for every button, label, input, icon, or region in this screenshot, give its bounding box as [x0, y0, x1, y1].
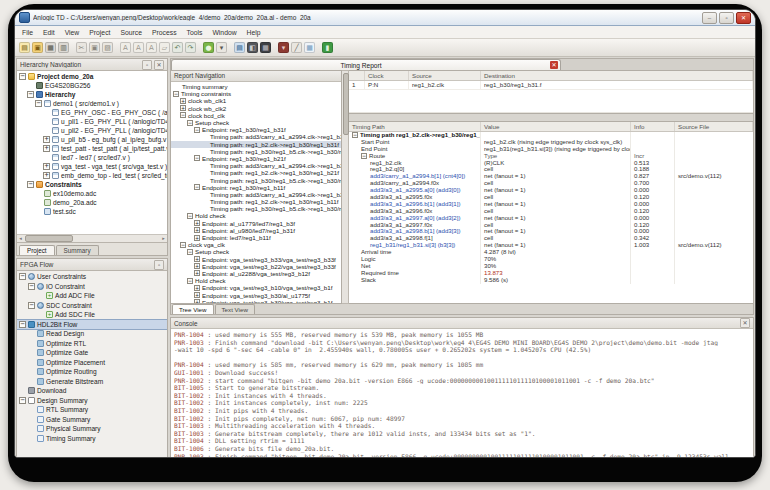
- expand-icon[interactable]: +: [180, 98, 186, 104]
- flow-item[interactable]: −IO Constraint: [17, 282, 167, 292]
- table-splitter[interactable]: [349, 113, 753, 122]
- floorplan-icon[interactable]: ◧: [247, 42, 258, 53]
- report-nav-row[interactable]: +Endpoint: vga_test/reg3_b10/vga_test/re…: [171, 284, 341, 291]
- column-header[interactable]: Clock: [365, 71, 409, 80]
- expand-icon[interactable]: +: [194, 292, 200, 298]
- path-table-row[interactable]: −RouteTypeIncr: [349, 153, 753, 160]
- path-table-row[interactable]: add3/a3_a1_a2998.b[1] (add3[3])net (fano…: [349, 228, 753, 235]
- collapse-icon[interactable]: −: [19, 273, 26, 280]
- flow-item[interactable]: +Add SDC File: [17, 310, 167, 320]
- report-nav-row[interactable]: +clock wb_clk1: [171, 97, 341, 104]
- report-nav-row[interactable]: −Setup check: [171, 119, 341, 126]
- expand-icon[interactable]: +: [43, 145, 50, 152]
- report-nav-row[interactable]: +Endpoint: vga_test/reg3_b30/al_u1775f: [171, 291, 341, 298]
- report-nav-row[interactable]: +Endpoint: al_u2288/vga_test/reg3_b12f: [171, 270, 341, 277]
- path-table-row[interactable]: add3/a3_a1_a2998.f[1]cell0.342: [349, 235, 753, 242]
- hierarchy-tree-row[interactable]: −Project demo_20a: [17, 72, 167, 81]
- close-console-icon[interactable]: ✕: [740, 318, 750, 328]
- report-nav-row[interactable]: +Endpoint: vga_test/reg3_b22/vga_test/re…: [171, 263, 341, 270]
- hierarchy-tree-row[interactable]: +vga_test - vga_test ( src/vga_test.v ): [17, 162, 167, 171]
- open-project-icon[interactable]: ▣: [32, 42, 43, 53]
- flow-item[interactable]: Timing Summary: [17, 434, 167, 444]
- console-output[interactable]: PNR-1004 : used memory is 555 MB, reserv…: [171, 329, 753, 458]
- tab-tree-view[interactable]: Tree View: [172, 304, 214, 314]
- column-header[interactable]: Timing Path: [349, 122, 481, 131]
- flow-item[interactable]: Optimize Gate: [17, 348, 167, 358]
- report-nav-row[interactable]: −clock bcd_clk: [171, 112, 341, 119]
- report-nav-row[interactable]: +clock wb_clk2: [171, 105, 341, 112]
- flow-item[interactable]: −SDC Constraint: [17, 301, 167, 311]
- path-table-row[interactable]: Net30%: [349, 263, 753, 270]
- report-nav-row[interactable]: Timing path: reg1_b2.clk->reg1_b30/reg1_…: [171, 198, 341, 205]
- collapse-icon[interactable]: −: [352, 132, 358, 138]
- report-nav-row[interactable]: −Setup check: [171, 248, 341, 255]
- path-table-row[interactable]: add3/a3_a1_a2997.f0xcell0.120: [349, 222, 753, 229]
- menu-project[interactable]: Project: [84, 29, 115, 36]
- paste-icon[interactable]: ▨: [102, 42, 113, 53]
- flow-item[interactable]: Optimize RTL: [17, 339, 167, 349]
- column-header[interactable]: Value: [481, 122, 631, 131]
- copy-icon[interactable]: ▣: [89, 42, 100, 53]
- menu-help[interactable]: Help: [242, 29, 266, 36]
- path-table-row[interactable]: reg1_b2.clk(R)CLK0.513: [349, 160, 753, 167]
- help-book-icon[interactable]: ▮: [322, 42, 333, 53]
- collapse-icon[interactable]: −: [194, 155, 200, 161]
- report-nav-row[interactable]: −Endpoint: reg1_b30/reg1_b21f: [171, 155, 341, 162]
- expand-icon[interactable]: +: [194, 263, 200, 269]
- collapse-icon[interactable]: −: [361, 153, 367, 159]
- column-header[interactable]: Source: [409, 71, 481, 80]
- clock-table-row[interactable]: 1P:Nreg1_b2.clkreg1_b30/reg1_b31.f: [349, 81, 753, 90]
- menu-source[interactable]: Source: [115, 29, 147, 36]
- close-panel-icon[interactable]: ✕: [154, 60, 164, 70]
- float-panel-icon[interactable]: ▫: [142, 60, 152, 70]
- report-nav-row[interactable]: Timing path: add3/carry_a1_a2994.clk->re…: [171, 133, 341, 140]
- collapse-icon[interactable]: −: [187, 213, 193, 219]
- column-header[interactable]: Destination: [481, 71, 753, 80]
- collapse-icon[interactable]: −: [28, 283, 35, 290]
- path-table-row[interactable]: End Pointreg1_b31(reg1_b31.si[3]) (risin…: [349, 146, 753, 153]
- report-nav-row[interactable]: Timing path: reg1_b30/reg1_b5.clk->reg1_…: [171, 205, 341, 212]
- path-table-row[interactable]: Start Pointreg1_b2.clk (rising edge trig…: [349, 139, 753, 146]
- report-nav-row[interactable]: Timing path: reg1_b2.clk->reg1_b30/reg1_…: [171, 141, 341, 148]
- expand-icon[interactable]: +: [194, 220, 200, 226]
- scrollbar-thumb[interactable]: [343, 73, 349, 135]
- menu-process[interactable]: Process: [147, 29, 182, 36]
- path-table-row[interactable]: add3/a3_a1_a2997.a[0] (add3[2])net (fano…: [349, 215, 753, 222]
- flow-item[interactable]: Generate Bitstream: [17, 377, 167, 387]
- tab-summary[interactable]: Summary: [56, 245, 99, 255]
- collapse-icon[interactable]: −: [19, 397, 26, 404]
- flow-item[interactable]: −Design Summary: [17, 396, 167, 406]
- collapse-icon[interactable]: −: [19, 73, 26, 80]
- path-table-row[interactable]: reg1_b2.q[0]cell0.188: [349, 166, 753, 173]
- collapse-icon[interactable]: −: [19, 321, 26, 328]
- tab-timing-report[interactable]: Timing Report ✕: [171, 59, 561, 70]
- report-nav-row[interactable]: +Endpoint: vga_test/reg3_b30/vga_test/re…: [171, 299, 341, 303]
- hierarchy-tree-row[interactable]: u_pll1 - EG_PHY_PLL ( /anlogic/TD4.1/8/a…: [17, 117, 167, 126]
- column-header[interactable]: Source File: [675, 122, 753, 131]
- column-header[interactable]: [349, 71, 365, 80]
- menu-tools[interactable]: Tools: [182, 29, 208, 36]
- path-table-row[interactable]: Arrival time4.287 (8 lvl): [349, 249, 753, 256]
- save-all-icon[interactable]: ▥: [58, 42, 69, 53]
- tab-text-view[interactable]: Text View: [215, 304, 255, 314]
- path-table-row[interactable]: add3/a3_a1_a2996.b[1] (add3[1])net (fano…: [349, 201, 753, 208]
- expand-icon[interactable]: +: [194, 235, 200, 241]
- hierarchy-tree-row[interactable]: ex10demo.adc: [17, 189, 167, 198]
- report-nav-row[interactable]: −Timing constraints: [171, 90, 341, 97]
- scroll-right-icon[interactable]: ▸: [160, 235, 167, 242]
- new-file-icon[interactable]: ▤: [19, 42, 30, 53]
- report-nav-row[interactable]: −Endpoint: reg1_b30/reg1_b31f: [171, 126, 341, 133]
- flow-item[interactable]: Read Design: [17, 329, 167, 339]
- hierarchy-tree-row[interactable]: EG4S20BG256: [17, 81, 167, 90]
- table-view-icon[interactable]: ▦: [304, 42, 315, 53]
- pin-panel-icon[interactable]: ▫: [154, 260, 164, 270]
- save-icon[interactable]: ▦: [45, 42, 56, 53]
- report-nav-row[interactable]: Timing path: reg1_b2.clk->reg1_b30/reg1_…: [171, 169, 341, 176]
- report-nav-row[interactable]: +Endpoint: al_u980/led7/reg1_b31f: [171, 227, 341, 234]
- menu-view[interactable]: View: [60, 29, 85, 36]
- minimize-button[interactable]: –: [702, 12, 717, 24]
- report-nav-row[interactable]: −Endpoint: reg1_b30/reg1_b11f: [171, 184, 341, 191]
- flow-item[interactable]: Download: [17, 386, 167, 396]
- collapse-icon[interactable]: −: [27, 181, 34, 188]
- hierarchy-tree-row[interactable]: test.sdc: [17, 207, 167, 216]
